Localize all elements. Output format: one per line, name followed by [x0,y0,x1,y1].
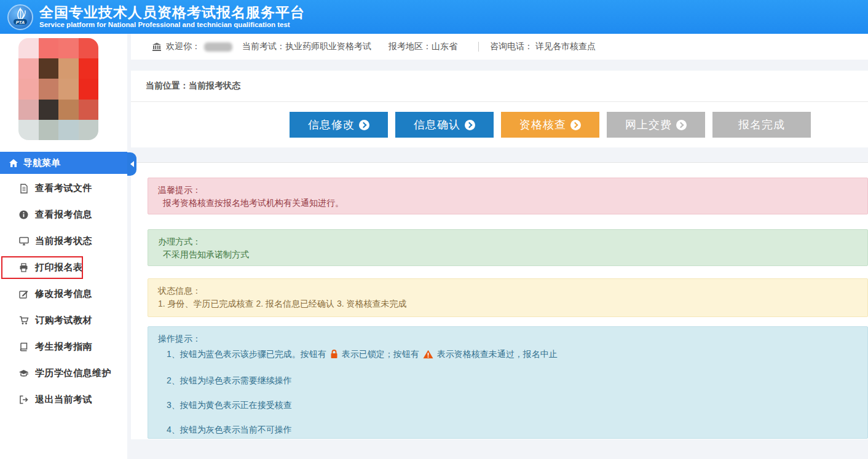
sidebar-item-label: 学历学位信息维护 [35,367,111,379]
sidebar-item-label: 退出当前考试 [35,394,92,406]
region-value: 山东省 [432,41,457,52]
sidebar-item-candidate-guide[interactable]: 考生报考指南 [0,334,127,360]
ops-line-3: 3、按钮为黄色表示正在接受核查 [158,399,858,412]
alert-status-info: 状态信息： 1. 身份、学历已完成核查 2. 报名信息已经确认 3. 资格核查未… [148,278,868,317]
book-icon [18,342,29,351]
step-label: 报名完成 [738,117,785,132]
status-panel: 当前位置： 当前报考状态 信息修改 信息确认 资格核查 网上交费 报名完成 [131,71,868,147]
sidebar-item-label: 当前报考状态 [35,235,92,247]
sidebar-item-label: 订购考试教材 [35,315,92,326]
ops-line-2: 2、按钮为绿色表示需要继续操作 [158,374,858,387]
sidebar-menu: 查看考试文件 查看报考信息 当前报考状态 打印报名表 修改报考信息 [0,175,127,413]
region-label: 报考地区： [389,41,432,52]
sidebar-item-label: 查看报考信息 [35,209,92,221]
step-label: 信息修改 [308,117,355,132]
breadcrumb: 当前位置： 当前报考状态 [131,71,868,102]
phone-value: 详见各市核查点 [535,41,596,52]
sidebar: 导航菜单 查看考试文件 查看报考信息 当前报考状态 打印报名表 [0,34,127,459]
sidebar-item-view-exam-files[interactable]: 查看考试文件 [0,175,127,202]
circle-chevron-right-icon [359,120,369,130]
alert-processing-method: 办理方式： 不采用告知承诺制方式 [148,229,868,266]
circle-chevron-right-icon [570,120,581,130]
home-icon [9,159,18,168]
pta-logo-icon: PTA [7,4,33,30]
alert-title: 状态信息： [158,284,858,297]
graduation-cap-icon [18,369,29,378]
sidebar-item-order-materials[interactable]: 订购考试教材 [0,307,127,334]
alert-operation-tips: 操作提示： 1、按钮为蓝色表示该步骤已完成。按钮有 表示已锁定；按钮有 表示资格… [148,326,868,439]
lock-icon [330,350,338,359]
candidate-name-redacted [204,42,232,52]
cart-icon [18,316,29,325]
collapse-sidebar-arrow-icon[interactable] [127,152,136,176]
alert-title: 操作提示： [158,332,858,345]
alert-body: 1. 身份、学历已完成核查 2. 报名信息已经确认 3. 资格核查未完成 [158,297,858,310]
step-label: 资格核查 [519,117,566,132]
platform-title: 全国专业技术人员资格考试报名服务平台 [39,4,305,20]
print-icon [18,263,29,272]
sidebar-item-label: 打印报名表 [35,262,83,273]
alert-warm-tip: 温馨提示： 报考资格核查按报名地考试机构有关通知进行。 [148,178,868,214]
breadcrumb-label: 当前位置： [146,80,189,92]
welcome-bar: 欢迎你： 当前考试： 执业药师职业资格考试 报考地区： 山东省 咨询电话： 详见… [131,34,868,60]
info-circle-icon [18,210,29,219]
step-registration-complete-button[interactable]: 报名完成 [712,112,811,138]
sidebar-item-degree-info[interactable]: 学历学位信息维护 [0,360,127,386]
desktop-icon [18,237,29,246]
svg-text:PTA: PTA [16,19,25,25]
step-label: 网上交费 [625,117,672,132]
main-content: 欢迎你： 当前考试： 执业药师职业资格考试 报考地区： 山东省 咨询电话： 详见… [131,34,868,459]
step-info-confirm-button[interactable]: 信息确认 [395,112,494,138]
alert-body: 不采用告知承诺制方式 [158,248,858,261]
circle-chevron-right-icon [465,120,475,130]
current-exam-value: 执业药师职业资格考试 [285,41,371,52]
current-exam-label: 当前考试： [242,41,285,52]
ops-line-1-post: 表示资格核查未通过，报名中止 [437,348,558,361]
sidebar-item-label: 修改报考信息 [35,288,92,300]
sign-out-icon [18,395,29,404]
sidebar-item-current-status[interactable]: 当前报考状态 [0,228,127,254]
alert-title: 温馨提示： [158,184,858,197]
alerts-panel: 温馨提示： 报考资格核查按报名地考试机构有关通知进行。 办理方式： 不采用告知承… [131,162,868,439]
warning-triangle-icon [423,350,433,359]
sidebar-item-label: 考生报考指南 [35,341,92,353]
edit-icon [18,289,29,299]
sidebar-item-print-form[interactable]: 打印报名表 [0,254,127,281]
file-text-icon [18,184,29,194]
platform-subtitle: Service platform for National Profession… [39,20,305,29]
nav-menu-title: 导航菜单 [23,157,60,169]
nav-menu-header: 导航菜单 [0,152,127,174]
steps-row: 信息修改 信息确认 资格核查 网上交费 报名完成 [290,112,868,138]
app-header: PTA 全国专业技术人员资格考试报名服务平台 Service platform … [0,0,868,34]
sidebar-item-edit-registration-info[interactable]: 修改报考信息 [0,281,127,307]
step-info-edit-button[interactable]: 信息修改 [290,112,388,138]
circle-chevron-right-icon [676,120,687,130]
alert-body: 报考资格核查按报名地考试机构有关通知进行。 [158,197,858,210]
ops-line-1: 1、按钮为蓝色表示该步骤已完成。按钮有 表示已锁定；按钮有 表示资格核查未通过，… [158,348,858,361]
step-label: 信息确认 [414,117,460,132]
sidebar-item-label: 查看考试文件 [35,182,92,194]
bank-icon [152,42,162,52]
step-online-payment-button[interactable]: 网上交费 [607,112,705,138]
ops-line-1-mid: 表示已锁定；按钮有 [342,348,419,361]
phone-label: 咨询电话： [490,41,533,52]
greeting-label: 欢迎你： [166,41,200,52]
candidate-photo [18,38,98,140]
sidebar-item-exit-exam[interactable]: 退出当前考试 [0,386,127,413]
step-qualification-review-button[interactable]: 资格核查 [501,112,599,138]
breadcrumb-value: 当前报考状态 [189,80,240,92]
divider [478,42,479,52]
ops-line-1-pre: 1、按钮为蓝色表示该步骤已完成。按钮有 [167,348,326,361]
alert-title: 办理方式： [158,235,858,248]
ops-line-4: 4、按钮为灰色表示当前不可操作 [158,423,858,436]
sidebar-item-view-registration-info[interactable]: 查看报考信息 [0,202,127,228]
